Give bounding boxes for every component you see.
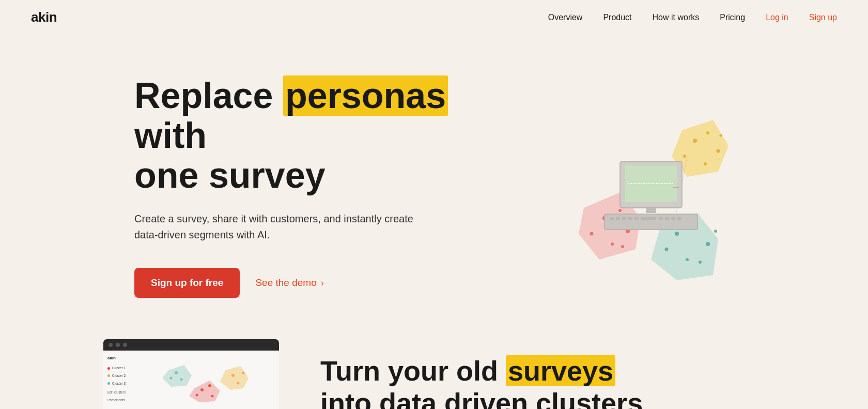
svg-rect-28 bbox=[605, 214, 698, 230]
navbar: akin Overview Product How it works Prici… bbox=[0, 0, 868, 35]
demo-link-text: See the demo bbox=[255, 277, 316, 289]
sidebar-participants[interactable]: Participants bbox=[107, 397, 149, 403]
svg-point-8 bbox=[699, 261, 702, 264]
nav-overview[interactable]: Overview bbox=[548, 13, 583, 22]
window-dot-3 bbox=[123, 343, 127, 347]
nav-signup[interactable]: Sign up bbox=[809, 13, 837, 22]
bottom-highlight-surveys: surveys bbox=[506, 355, 615, 386]
nav-login[interactable]: Log in bbox=[766, 13, 788, 22]
chart-svg bbox=[153, 355, 272, 409]
hero-actions: Sign up for free See the demo › bbox=[134, 268, 486, 298]
bottom-title-part1: Turn your old bbox=[320, 355, 506, 386]
svg-point-15 bbox=[621, 245, 624, 248]
hero-illustration bbox=[537, 79, 754, 296]
svg-rect-32 bbox=[628, 217, 632, 220]
svg-rect-33 bbox=[634, 217, 639, 220]
logo: akin bbox=[31, 9, 57, 25]
svg-rect-30 bbox=[616, 217, 620, 220]
hero-title: Replace personas with one survey bbox=[134, 76, 486, 195]
svg-point-44 bbox=[208, 384, 211, 387]
svg-point-43 bbox=[200, 388, 204, 391]
dashboard-logo: akin bbox=[107, 355, 149, 362]
svg-point-45 bbox=[211, 395, 214, 398]
svg-point-20 bbox=[683, 155, 686, 158]
bottom-section: akin Cluster 1 Cluster 2 Cluster 3 bbox=[0, 339, 868, 409]
svg-rect-31 bbox=[622, 217, 626, 220]
svg-marker-42 bbox=[162, 365, 192, 387]
svg-rect-27 bbox=[646, 208, 656, 213]
svg-point-46 bbox=[196, 394, 198, 397]
svg-point-52 bbox=[170, 377, 173, 380]
window-dot-2 bbox=[116, 343, 120, 347]
svg-point-17 bbox=[706, 131, 709, 134]
signup-button[interactable]: Sign up for free bbox=[134, 268, 240, 298]
svg-point-47 bbox=[231, 374, 235, 377]
legend-dot-3 bbox=[107, 382, 110, 385]
nav-pricing[interactable]: Pricing bbox=[720, 13, 745, 22]
bottom-title-line2: into data driven clusters bbox=[320, 387, 643, 409]
svg-point-49 bbox=[242, 372, 245, 374]
svg-point-16 bbox=[693, 139, 697, 143]
bottom-text: Turn your old surveys into data driven c… bbox=[320, 339, 643, 409]
demo-link[interactable]: See the demo › bbox=[255, 277, 323, 289]
hero-title-part1: Replace bbox=[134, 75, 283, 116]
svg-point-21 bbox=[720, 134, 722, 137]
svg-rect-35 bbox=[659, 217, 663, 220]
svg-point-19 bbox=[704, 162, 707, 165]
dashboard-content: akin Cluster 1 Cluster 2 Cluster 3 bbox=[103, 351, 279, 409]
dashboard-bar bbox=[103, 339, 279, 351]
hero-content: Replace personas with one survey Create … bbox=[134, 76, 486, 298]
svg-marker-40 bbox=[189, 381, 220, 402]
svg-point-6 bbox=[686, 258, 689, 261]
dashboard-sidebar: akin Cluster 1 Cluster 2 Cluster 3 bbox=[107, 355, 149, 409]
hero-section: Replace personas with one survey Create … bbox=[0, 35, 868, 339]
svg-rect-29 bbox=[610, 217, 614, 220]
svg-point-3 bbox=[675, 232, 679, 236]
nav-product[interactable]: Product bbox=[603, 13, 631, 22]
legend-label-1: Cluster 1 bbox=[112, 365, 126, 371]
svg-point-9 bbox=[714, 230, 717, 233]
legend-cluster-1: Cluster 1 bbox=[107, 365, 149, 371]
hero-title-part2: with bbox=[134, 115, 207, 156]
svg-point-50 bbox=[175, 371, 178, 374]
svg-rect-36 bbox=[665, 217, 669, 220]
svg-point-7 bbox=[665, 247, 669, 251]
nav-links: Overview Product How it works Pricing Lo… bbox=[548, 13, 837, 22]
svg-rect-37 bbox=[671, 217, 675, 220]
legend-dot-2 bbox=[107, 374, 110, 377]
svg-point-14 bbox=[590, 232, 594, 235]
hero-highlight-personas: personas bbox=[283, 75, 448, 116]
legend-cluster-3: Cluster 3 bbox=[107, 381, 149, 387]
svg-point-13 bbox=[611, 243, 614, 246]
legend-dot-1 bbox=[107, 367, 110, 370]
hero-subtitle: Create a survey, share it with customers… bbox=[134, 211, 429, 243]
svg-point-48 bbox=[237, 382, 240, 385]
cluster-illustration bbox=[537, 79, 754, 296]
svg-point-5 bbox=[706, 242, 710, 246]
hero-title-line2: one survey bbox=[134, 155, 326, 195]
sidebar-edit-clusters[interactable]: Edit clusters bbox=[107, 389, 149, 396]
cluster-legend: Cluster 1 Cluster 2 Cluster 3 bbox=[107, 365, 149, 386]
dashboard-preview: akin Cluster 1 Cluster 2 Cluster 3 bbox=[103, 339, 279, 409]
window-dot-1 bbox=[109, 343, 113, 347]
nav-how-it-works[interactable]: How it works bbox=[653, 13, 700, 22]
svg-point-11 bbox=[618, 209, 622, 212]
legend-label-3: Cluster 3 bbox=[112, 381, 126, 387]
legend-cluster-2: Cluster 2 bbox=[107, 373, 149, 379]
svg-rect-38 bbox=[677, 217, 681, 220]
svg-rect-34 bbox=[641, 217, 656, 220]
dashboard-chart bbox=[153, 355, 275, 409]
svg-point-18 bbox=[717, 149, 720, 153]
chevron-right-icon: › bbox=[321, 278, 324, 289]
svg-point-51 bbox=[180, 378, 183, 381]
svg-marker-41 bbox=[220, 366, 249, 390]
svg-rect-39 bbox=[673, 187, 679, 188]
bottom-title: Turn your old surveys into data driven c… bbox=[320, 355, 643, 409]
legend-label-2: Cluster 2 bbox=[112, 373, 126, 379]
